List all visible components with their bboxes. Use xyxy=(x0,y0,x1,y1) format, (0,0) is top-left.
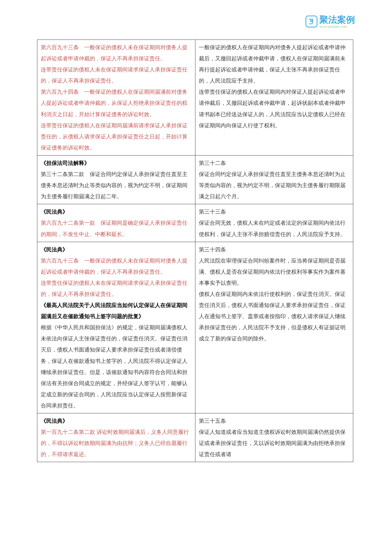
paragraph: 保证人知道或者应当知道主债权诉讼时效期间届满仍然提供保证或者承担保证责任，又以诉… xyxy=(199,426,350,460)
paragraph: 保证合同约定保证人承担保证责任直至主债务本息还清时为止等类似内容的，视为约定不明… xyxy=(199,169,350,202)
table-cell-left: 第六百九十三条 一般保证的债权人未在保证期间对债务人提起诉讼或者申请仲裁的，保证… xyxy=(37,40,195,155)
paragraph: 保证合同无效，债权人未在约定或者法定的保证期间内依法行使权利，保证人主张不承担赔… xyxy=(199,217,350,240)
table-cell-left: 《民法典》第一百九十二条第二款 诉讼时效期间届满后，义务人同意履行的，不得以诉讼… xyxy=(37,413,195,462)
logo-url: www.jufaanli.com xyxy=(319,25,355,28)
table-row: 《民法典》第六百九十三条 一般保证的债权人未在保证期间对债务人提起诉讼或者申请仲… xyxy=(37,242,353,413)
paragraph: 根据《中华人民共和国担保法》的规定，保证期间届满债权人未依法向保证人主张保证责任… xyxy=(41,322,192,411)
table-row: 《民法典》第六百九十二条第一款 保证期间是确定保证人承担保证责任的期间，不发生中… xyxy=(37,204,353,242)
paragraph: 连带责任保证的债权人在保证期间内对保证人提起诉讼或者申请仲裁后，又撤回起诉或者仲… xyxy=(199,86,350,131)
paragraph: 第三十二条第二款 保证合同约定保证人承担保证责任直至主债务本息还清时为止等类似内… xyxy=(41,169,192,202)
paragraph: 第一百九十二条第二款 诉讼时效期间届满后，义务人同意履行的，不得以诉讼时效期间届… xyxy=(41,426,192,460)
table-cell-left: 《担保法司法解释》第三十二条第二款 保证合同约定保证人承担保证责任直至主债务本息… xyxy=(37,155,195,204)
paragraph: 第六百九十二条第一款 保证期间是确定保证人承担保证责任的期间，不发生中止、中断和… xyxy=(41,217,192,240)
logo-cn: 聚法案例 xyxy=(319,15,355,25)
paragraph: 《担保法司法解释》 xyxy=(41,157,192,169)
paragraph: 《民法典》 xyxy=(41,415,192,426)
paragraph: 《最高人民法院关于人民法院应当如何认定保证人在保证期间届满后又在催款通知书上签字… xyxy=(41,300,192,322)
paragraph: 《民法典》 xyxy=(41,206,192,217)
table-row: 《担保法司法解释》第三十二条第二款 保证合同约定保证人承担保证责任直至主债务本息… xyxy=(37,155,353,204)
paragraph: 《民法典》 xyxy=(41,244,192,255)
paragraph: 第六百九十四条 一般保证的债权人在保证期间届满前对债务人提起诉讼或者申请仲裁的，… xyxy=(41,86,192,120)
paragraph: 第三十四条 xyxy=(199,244,350,255)
table-cell-right: 第三十五条保证人知道或者应当知道主债权诉讼时效期间届满仍然提供保证或者承担保证责… xyxy=(195,413,353,462)
paragraph: 债权人在保证期间内未依法行使权利的，保证责任消灭。保证责任消灭后，债权人书面通知… xyxy=(199,289,350,344)
paragraph: 第六百九十三条 一般保证的债权人未在保证期间对债务人提起诉讼或者申请仲裁的，保证… xyxy=(41,42,192,64)
paragraph: 连带责任保证的债权人在保证期间届满前请求保证人承担保证责任的，从债权人请求保证人… xyxy=(41,120,192,153)
paragraph: 第三十二条 xyxy=(199,157,350,169)
paragraph: 连带责任保证的债权人未在保证期间请求保证人承担保证责任的，保证人不再承担保证责任… xyxy=(41,64,192,86)
table-row: 《民法典》第一百九十二条第二款 诉讼时效期间届满后，义务人同意履行的，不得以诉讼… xyxy=(37,413,353,462)
paragraph: 一般保证的债权人在保证期间内对债务人提起诉讼或者申请仲裁后，又撤回起诉或者仲裁申… xyxy=(199,42,350,86)
comparison-table: 第六百九十三条 一般保证的债权人未在保证期间对债务人提起诉讼或者申请仲裁的，保证… xyxy=(37,40,353,462)
table-cell-right: 第三十三条保证合同无效，债权人未在约定或者法定的保证期间内依法行使权利，保证人主… xyxy=(195,204,353,242)
paragraph: 连带责任保证的债权人未在保证期间请求保证人承担保证责任的，保证人不再承担保证责任… xyxy=(41,277,192,300)
table-cell-right: 一般保证的债权人在保证期间内对债务人提起诉讼或者申请仲裁后，又撤回起诉或者仲裁申… xyxy=(195,40,353,155)
table-cell-right: 第三十二条保证合同约定保证人承担保证责任直至主债务本息还清时为止等类似内容的，视… xyxy=(195,155,353,204)
brand-logo: 聚法案例 www.jufaanli.com xyxy=(306,15,355,28)
table-cell-right: 第三十四条人民法院在审理保证合同纠纷案件时，应当将保证期间是否届满、债权人是否在… xyxy=(195,242,353,413)
paragraph: 第六百九十三条 一般保证的债权人未在保证期间对债务人提起诉讼或者申请仲裁的，保证… xyxy=(41,255,192,277)
table-cell-left: 《民法典》第六百九十三条 一般保证的债权人未在保证期间对债务人提起诉讼或者申请仲… xyxy=(37,242,195,413)
paragraph: 人民法院在审理保证合同纠纷案件时，应当将保证期间是否届满、债权人是否在保证期间内… xyxy=(199,255,350,289)
paragraph: 第三十五条 xyxy=(199,415,350,426)
table-row: 第六百九十三条 一般保证的债权人未在保证期间对债务人提起诉讼或者申请仲裁的，保证… xyxy=(37,40,353,155)
logo-icon xyxy=(306,16,317,27)
table-cell-left: 《民法典》第六百九十二条第一款 保证期间是确定保证人承担保证责任的期间，不发生中… xyxy=(37,204,195,242)
paragraph: 第三十三条 xyxy=(199,206,350,217)
logo-text: 聚法案例 www.jufaanli.com xyxy=(319,15,355,28)
